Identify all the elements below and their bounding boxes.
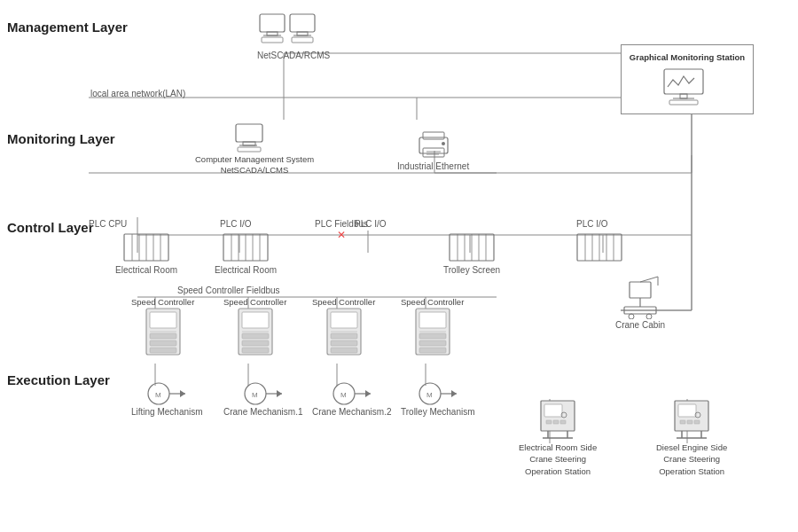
crane-cabin-label: Crane Cabin: [615, 319, 665, 331]
svg-rect-91: [242, 333, 269, 339]
lifting-mech-label: Lifting Mechanism: [131, 406, 203, 418]
svg-rect-41: [419, 137, 448, 153]
speed-fieldbus-label: Speed Controller Fieldbus: [177, 286, 280, 295]
svg-marker-113: [277, 390, 282, 397]
svg-marker-121: [451, 390, 457, 397]
plc-rack-2: Electrical Room: [215, 232, 277, 276]
svg-rect-105: [419, 348, 446, 353]
execution-layer-label: Execution Layer: [7, 372, 110, 387]
de-side-station-label: Diesel Engine Side Crane Steering Operat…: [656, 442, 727, 477]
graphical-monitoring-station: Graphical Monitoring Station: [621, 44, 754, 114]
svg-rect-97: [331, 333, 357, 339]
svg-rect-77: [624, 307, 656, 314]
speed-controller-1: Speed Controller: [131, 297, 194, 358]
svg-rect-87: [150, 348, 176, 353]
svg-rect-126: [553, 420, 559, 424]
svg-rect-40: [238, 147, 261, 152]
svg-rect-37: [236, 124, 262, 142]
plc-io-label-3: PLC I/O: [576, 219, 608, 229]
svg-rect-43: [423, 148, 444, 157]
svg-rect-95: [331, 312, 357, 328]
svg-rect-123: [544, 404, 562, 417]
svg-rect-85: [150, 333, 176, 339]
de-side-station: Diesel Engine Side Crane Steering Operat…: [656, 399, 727, 477]
speed-controller-2: Speed Controller: [223, 297, 286, 358]
svg-rect-83: [150, 312, 176, 328]
management-layer-label: Management Layer: [7, 20, 128, 35]
svg-rect-32: [290, 14, 315, 32]
plc-io-label-2: PLC I/O: [355, 219, 387, 229]
svg-rect-35: [262, 37, 283, 43]
svg-rect-29: [260, 14, 285, 32]
svg-text:M: M: [252, 391, 258, 399]
cms-component: Computer Management System NetSCADA/LCMS: [195, 122, 314, 176]
trolley-mechanism: M Trolley Mechanism: [401, 381, 475, 418]
svg-rect-132: [678, 404, 696, 417]
svg-rect-75: [630, 282, 651, 298]
industrial-ethernet: Industrial Ethernet: [397, 129, 469, 172]
svg-rect-104: [419, 340, 446, 346]
netscada-rcms: NetSCADA/RCMS: [257, 11, 330, 61]
plc-io-label-1: PLC I/O: [220, 219, 252, 229]
svg-rect-98: [331, 340, 357, 346]
svg-marker-109: [180, 390, 185, 397]
svg-text:M: M: [155, 391, 161, 399]
diagram: Management Layer Monitoring Layer Contro…: [0, 0, 798, 532]
svg-rect-127: [560, 420, 566, 424]
svg-rect-50: [669, 100, 698, 105]
crane-mechanism-1: M Crane Mechanism.1: [223, 381, 302, 418]
cms-label: Computer Management System NetSCADA/LCMS: [195, 154, 314, 176]
lan-label: local area network(LAN): [90, 89, 185, 98]
svg-rect-101: [419, 312, 446, 328]
speed-ctrl-4-label: Speed Controller: [401, 297, 464, 307]
lifting-mechanism: M Lifting Mechanism: [131, 381, 203, 418]
speed-controller-3: Speed Controller: [312, 297, 375, 358]
crane-mech-1-label: Crane Mechanism.1: [223, 406, 302, 418]
svg-rect-92: [242, 340, 269, 346]
svg-marker-117: [365, 390, 371, 397]
trolley-screen-label: Trolley Screen: [443, 264, 500, 276]
monitoring-layer-label: Monitoring Layer: [7, 131, 115, 146]
graphical-monitoring-label: Graphical Monitoring Station: [629, 52, 746, 62]
speed-ctrl-2-label: Speed Controller: [223, 297, 286, 307]
svg-line-80: [640, 277, 658, 282]
speed-ctrl-3-label: Speed Controller: [312, 297, 375, 307]
crane-mechanism-2: M Crane Mechanism.2: [312, 381, 391, 418]
svg-point-46: [442, 142, 445, 145]
svg-rect-42: [423, 132, 444, 139]
svg-rect-48: [680, 94, 687, 98]
trolley-mech-label: Trolley Mechanism: [401, 406, 475, 418]
speed-ctrl-1-label: Speed Controller: [131, 297, 194, 307]
svg-rect-38: [243, 142, 255, 145]
er-side-station: Electrical Room Side Crane Steering Oper…: [519, 399, 597, 477]
svg-rect-134: [680, 420, 685, 424]
svg-rect-36: [292, 37, 313, 43]
plc-rack-4: [576, 232, 622, 264]
electrical-room-1-label: Electrical Room: [115, 264, 177, 276]
svg-rect-103: [419, 333, 446, 339]
industrial-ethernet-label: Industrial Ethernet: [397, 160, 469, 172]
netscada-rcms-label: NetSCADA/RCMS: [257, 50, 330, 61]
svg-rect-89: [242, 312, 269, 328]
svg-rect-86: [150, 340, 176, 346]
svg-rect-135: [687, 420, 692, 424]
plc-rack-1: Electrical Room: [115, 232, 177, 276]
er-side-station-label: Electrical Room Side Crane Steering Oper…: [519, 442, 597, 477]
electrical-room-2-label: Electrical Room: [215, 264, 277, 276]
svg-rect-125: [546, 420, 552, 424]
svg-text:M: M: [340, 391, 347, 399]
crane-cabin: Crane Cabin: [612, 275, 669, 331]
plc-rack-3: Trolley Screen: [443, 232, 500, 276]
svg-text:M: M: [426, 391, 433, 399]
speed-controller-4: Speed Controller: [401, 297, 464, 358]
crane-mech-2-label: Crane Mechanism.2: [312, 406, 391, 418]
control-layer-label: Control Layer: [7, 220, 94, 235]
svg-rect-136: [694, 420, 700, 424]
plc-cpu-label: PLC CPU: [89, 219, 127, 229]
svg-rect-99: [331, 348, 357, 353]
svg-rect-93: [242, 348, 269, 353]
svg-rect-47: [664, 69, 703, 94]
